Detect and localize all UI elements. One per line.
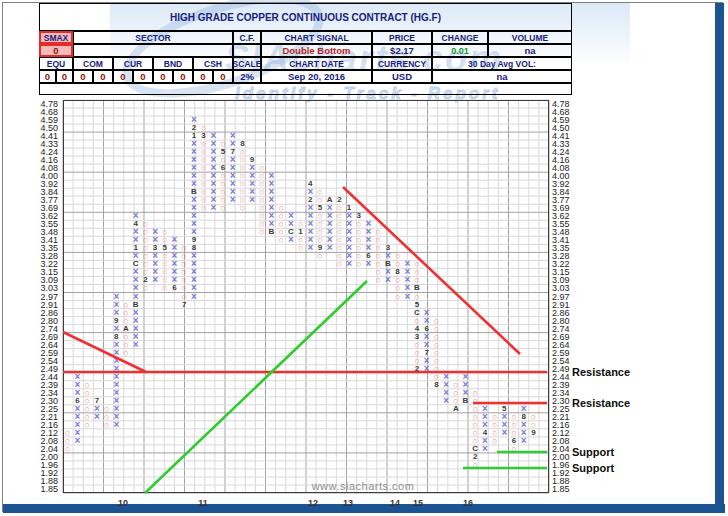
x-axis-year-label: 12 [308, 498, 318, 508]
x-axis-year-label: 10 [118, 498, 128, 508]
resistance-label: Resistance [572, 397, 630, 409]
resistance-label: Resistance [572, 366, 630, 378]
x-axis-year-label: 16 [463, 498, 473, 508]
chart-watermark: www.siacharts.com [312, 480, 415, 492]
siacharts-pnf-window: SIAcharts.com Identify - Track - Report … [0, 0, 728, 516]
x-axis-year-label: 14 [390, 498, 400, 508]
support-label: Support [572, 462, 614, 474]
y-axis-label-right: 1.85 [552, 485, 570, 493]
y-axis-label-left: 1.85 [30, 485, 58, 493]
support-label: Support [572, 446, 614, 458]
x-axis-year-label: 13 [343, 498, 353, 508]
x-axis-year-label: 11 [198, 498, 208, 508]
trendlines-layer [0, 0, 728, 516]
x-axis-year-label: 15 [413, 498, 423, 508]
